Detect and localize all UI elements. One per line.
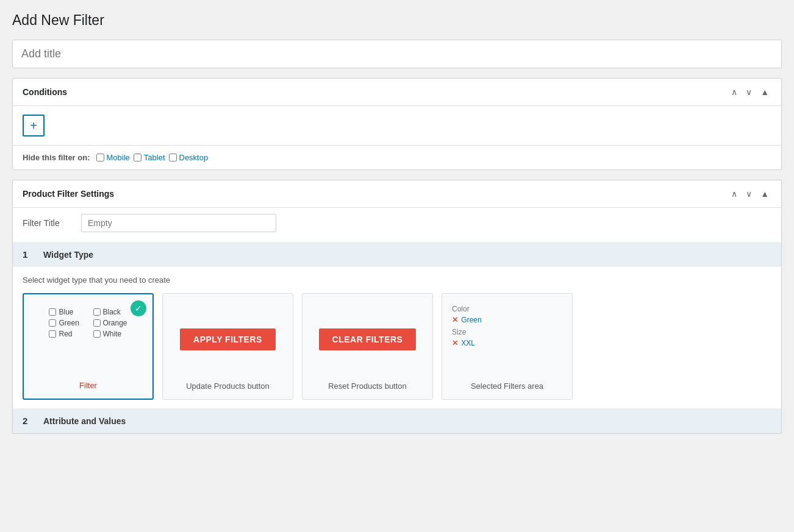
checkbox-red[interactable] [49, 330, 56, 338]
conditions-panel-header: Conditions ∧ ∨ ▲ [13, 79, 781, 106]
filter-title-row: Filter Title [13, 208, 781, 242]
sf-size-x: ✕ [452, 339, 458, 347]
section2-number: 2 [23, 416, 35, 426]
page-title: Add New Filter [12, 12, 782, 29]
sf-color-value: Green [461, 316, 481, 324]
filter-checkbox-blue: Blue [49, 308, 83, 316]
product-filter-panel-header: Product Filter Settings ∧ ∨ ▲ [13, 180, 781, 208]
checkbox-orange[interactable] [93, 319, 101, 327]
filter-checkbox-black: Black [93, 308, 127, 316]
checkbox-green[interactable] [49, 319, 56, 327]
widget-card-selected-filters[interactable]: Color ✕ Green Size ✕ XXL Selected Filter… [442, 293, 573, 400]
conditions-panel-body: + [13, 106, 781, 145]
hide-desktop-checkbox[interactable] [169, 154, 177, 161]
filter-checkbox-orange: Orange [93, 319, 127, 327]
plus-icon: + [30, 119, 37, 133]
section2-label: Attribute and Values [43, 416, 126, 426]
conditions-panel-controls: ∧ ∨ ▲ [729, 86, 771, 98]
conditions-add-button[interactable]: + [23, 115, 45, 137]
update-products-card-label: Update Products button [186, 381, 270, 391]
hide-tablet-checkbox[interactable] [134, 154, 141, 161]
sf-color-category: Color [452, 305, 470, 313]
checkbox-blue[interactable] [49, 308, 56, 316]
widget-cards: ✓ Blue Black Green [23, 293, 771, 400]
sf-size-row: Size [452, 328, 562, 336]
checkbox-green-label: Green [59, 319, 79, 327]
widget-select-hint: Select widget type that you need to crea… [23, 275, 771, 285]
conditions-collapse-btn[interactable]: ▲ [758, 86, 771, 98]
sf-size-category: Size [452, 328, 466, 336]
section1-number: 1 [23, 249, 35, 260]
product-filter-down-btn[interactable]: ∨ [743, 188, 754, 200]
hide-desktop-label[interactable]: Desktop [169, 153, 209, 162]
sf-size-value: XXL [461, 339, 475, 347]
hide-mobile-label[interactable]: Mobile [96, 153, 130, 162]
filter-title-label: Filter Title [23, 218, 71, 228]
apply-filters-demo-button: APPLY FILTERS [180, 328, 276, 350]
hide-mobile-text: Mobile [107, 153, 130, 162]
checkbox-white[interactable] [93, 330, 101, 338]
title-input[interactable] [13, 40, 781, 68]
title-input-wrap [12, 40, 782, 68]
hide-tablet-label[interactable]: Tablet [134, 153, 165, 162]
widget-card-filter[interactable]: ✓ Blue Black Green [23, 293, 154, 400]
conditions-up-btn[interactable]: ∧ [729, 86, 740, 98]
hide-mobile-checkbox[interactable] [96, 154, 104, 161]
filter-checkbox-green: Green [49, 319, 83, 327]
hide-filter-label: Hide this filter on: [23, 153, 90, 162]
section2-row: 2 Attribute and Values [13, 408, 781, 433]
clear-filters-demo-button: CLEAR FILTERS [319, 328, 417, 350]
section1-label: Widget Type [43, 250, 93, 260]
product-filter-settings-panel: Product Filter Settings ∧ ∨ ▲ Filter Tit… [12, 180, 782, 434]
checkbox-orange-label: Orange [103, 319, 127, 327]
widget-card-reset-products[interactable]: CLEAR FILTERS Reset Products button [302, 293, 433, 400]
selected-checkmark-badge: ✓ [131, 300, 146, 316]
conditions-panel-title: Conditions [23, 87, 67, 97]
sf-color-row: Color [452, 305, 562, 313]
sf-color-x: ✕ [452, 316, 458, 324]
sf-color-value-row: ✕ Green [452, 316, 562, 324]
filter-title-input[interactable] [81, 214, 276, 232]
checkmark-icon: ✓ [135, 303, 142, 313]
hide-tablet-text: Tablet [144, 153, 165, 162]
product-filter-panel-title: Product Filter Settings [23, 189, 114, 199]
filter-checkbox-white: White [93, 330, 127, 338]
filter-card-checkboxes: Blue Black Green Orange [46, 303, 129, 343]
product-filter-up-btn[interactable]: ∧ [729, 188, 740, 200]
checkbox-red-label: Red [59, 330, 72, 338]
conditions-down-btn[interactable]: ∨ [743, 86, 754, 98]
checkbox-black-label: Black [103, 308, 121, 316]
conditions-panel: Conditions ∧ ∨ ▲ + Hide this filter on: … [12, 78, 782, 170]
checkbox-white-label: White [103, 330, 122, 338]
widget-card-update-products[interactable]: APPLY FILTERS Update Products button [162, 293, 293, 400]
sf-size-value-row: ✕ XXL [452, 339, 562, 347]
checkbox-blue-label: Blue [59, 308, 73, 316]
widget-select-area: Select widget type that you need to crea… [13, 267, 781, 408]
selected-filters-card-label: Selected Filters area [471, 381, 543, 391]
hide-desktop-text: Desktop [179, 153, 209, 162]
filter-card-label: Filter [79, 381, 97, 390]
checkbox-black[interactable] [93, 308, 101, 316]
filter-checkbox-red: Red [49, 330, 83, 338]
section1-row: 1 Widget Type [13, 242, 781, 267]
hide-filter-row: Hide this filter on: Mobile Tablet Deskt… [13, 145, 781, 169]
reset-products-card-label: Reset Products button [328, 381, 407, 391]
product-filter-panel-controls: ∧ ∨ ▲ [729, 188, 771, 200]
selected-filters-demo: Color ✕ Green Size ✕ XXL [449, 302, 565, 352]
product-filter-collapse-btn[interactable]: ▲ [758, 188, 771, 200]
